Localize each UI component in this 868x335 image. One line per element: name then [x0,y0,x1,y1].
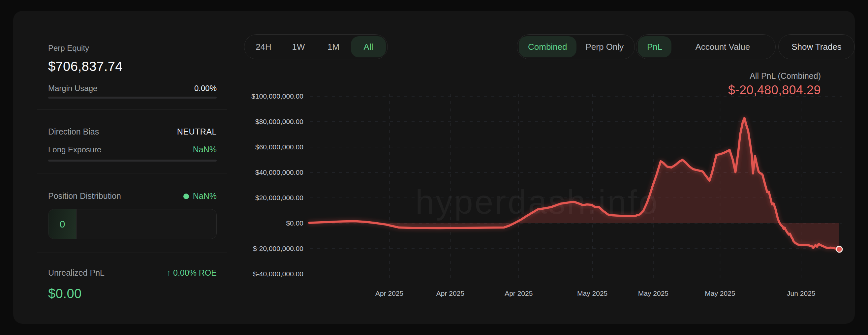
svg-text:May 2025: May 2025 [705,290,735,297]
svg-text:May 2025: May 2025 [638,290,669,297]
svg-text:Apr 2025: Apr 2025 [436,290,464,297]
svg-text:May 2025: May 2025 [577,290,608,297]
svg-text:$60,000,000.00: $60,000,000.00 [255,143,303,151]
dashboard: Perp Equity $706,837.74 Margin Usage 0.0… [0,0,868,335]
svg-text:$0.00: $0.00 [286,219,303,227]
svg-text:$40,000,000.00: $40,000,000.00 [255,169,303,176]
svg-text:Apr 2025: Apr 2025 [504,290,533,297]
svg-text:$100,000,000.00: $100,000,000.00 [251,92,303,100]
svg-text:Jun 2025: Jun 2025 [787,290,815,297]
svg-text:$-40,000,000.00: $-40,000,000.00 [253,270,303,278]
svg-text:$20,000,000.00: $20,000,000.00 [255,194,303,202]
svg-text:$-20,000,000.00: $-20,000,000.00 [253,245,303,252]
pnl-chart[interactable]: hyperdash.info$100,000,000.00$80,000,000… [0,0,868,335]
svg-text:Apr 2025: Apr 2025 [375,290,403,297]
chart-plot-area[interactable] [310,94,842,279]
svg-text:$80,000,000.00: $80,000,000.00 [255,118,303,125]
